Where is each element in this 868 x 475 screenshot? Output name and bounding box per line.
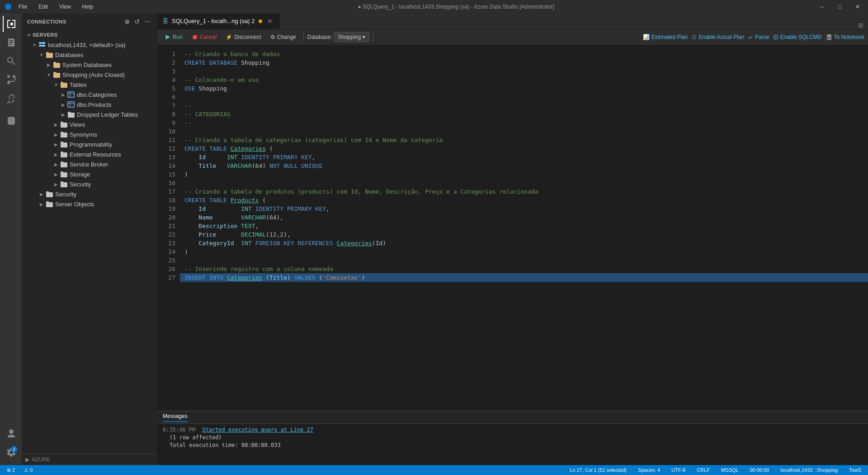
azure-chevron: ▶ xyxy=(25,456,29,463)
cancel-button[interactable]: Cancel xyxy=(188,33,220,42)
enable-actual-plan-button[interactable]: Enable Actual Plan xyxy=(691,34,744,40)
status-encoding[interactable]: UTF-8 xyxy=(669,467,688,473)
sidebar-content[interactable]: SERVERS localhost,1433, <default> (sa) xyxy=(22,30,157,454)
messages-tab[interactable]: Messages xyxy=(163,413,188,422)
split-editor-button[interactable]: ⊞ xyxy=(858,22,863,29)
notification-count: 2 xyxy=(11,446,17,452)
status-line-ending[interactable]: CRLF xyxy=(694,467,712,473)
change-button[interactable]: ⚙ Change xyxy=(267,33,300,42)
code-line-17: -- Criando a tabela de produtos (product… xyxy=(180,187,868,196)
server-localhost[interactable]: localhost,1433, <default> (sa) xyxy=(22,40,157,50)
code-content[interactable]: -- Criando o banco de dados CREATE DATAB… xyxy=(180,45,868,411)
minimize-button[interactable]: ─ xyxy=(816,3,828,11)
status-language[interactable]: MSSQL xyxy=(719,467,741,473)
error-icon: ⊗ xyxy=(7,467,11,473)
table-products[interactable]: dbo.Products xyxy=(22,100,157,109)
system-databases-folder[interactable]: System Databases xyxy=(22,60,157,70)
categories-label: dbo.Categories xyxy=(77,91,117,98)
tab-close-button[interactable]: ✕ xyxy=(266,17,274,25)
add-connection-button[interactable]: ⊕ xyxy=(123,17,131,26)
external-resources-folder[interactable]: External Resources xyxy=(22,149,157,159)
activity-connections[interactable] xyxy=(3,16,19,32)
system-db-icon xyxy=(52,61,61,69)
svg-point-4 xyxy=(43,43,44,43)
message-link[interactable]: Started executing query at Line 27 xyxy=(202,427,313,433)
servers-section[interactable]: SERVERS xyxy=(22,30,157,40)
svc-broker-chevron xyxy=(52,161,60,168)
security-db-folder[interactable]: Security xyxy=(22,179,157,189)
parse-button[interactable]: Parse xyxy=(748,34,769,40)
storage-label: Storage xyxy=(70,171,90,178)
menu-file[interactable]: File xyxy=(16,3,29,11)
disconnect-button[interactable]: ⚡ Disconnect xyxy=(222,33,264,42)
shopping-database[interactable]: Shopping (Auto Closed) xyxy=(22,70,157,80)
code-editor[interactable]: 12345 678910 1112131415 1617181920 21222… xyxy=(157,45,868,411)
code-line-2: CREATE DATABASE Shopping xyxy=(180,58,868,67)
to-notebook-button[interactable]: 📓 To Notebook xyxy=(826,34,864,40)
database-selector[interactable]: Shopping ▾ xyxy=(334,32,370,42)
db-value: Shopping xyxy=(338,34,361,40)
main-container: 2 CONNECTIONS ⊕ ↺ ··· SERVERS xyxy=(0,14,868,465)
menu-help[interactable]: Help xyxy=(80,3,96,11)
code-line-3 xyxy=(180,67,868,76)
server-objects-folder[interactable]: Server Objects xyxy=(22,199,157,209)
security-folder[interactable]: Security xyxy=(22,189,157,199)
views-folder[interactable]: Views xyxy=(22,119,157,129)
security-db-icon xyxy=(60,180,68,188)
code-line-27: INSERT INTO Categories (Title) VALUES ('… xyxy=(180,273,868,282)
query-link[interactable]: Started executing query at Line 27 xyxy=(202,427,313,433)
code-line-11: -- Criando a tabela de categorias (categ… xyxy=(180,136,868,144)
prog-icon xyxy=(60,140,68,148)
more-actions-button[interactable]: ··· xyxy=(144,17,151,26)
dropped-ledger-folder[interactable]: Dropped Ledger Tables xyxy=(22,109,157,119)
maximize-button[interactable]: □ xyxy=(835,3,845,11)
dropped-ledger-label: Dropped Ledger Tables xyxy=(77,111,138,118)
activity-source-control[interactable] xyxy=(3,71,19,88)
code-line-9: -- xyxy=(180,119,868,127)
databases-folder[interactable]: Databases xyxy=(22,50,157,60)
estimated-plan-button[interactable]: 📊 Estimated Plan xyxy=(643,34,688,40)
databases-folder-icon xyxy=(45,51,53,59)
status-errors[interactable]: ⊗ 2 xyxy=(5,467,17,473)
tables-folder[interactable]: Tables ⚲ + ↺ xyxy=(22,80,157,90)
run-label: Run xyxy=(173,34,183,40)
service-broker-folder[interactable]: Service Broker xyxy=(22,159,157,169)
menu-view[interactable]: View xyxy=(57,3,73,11)
menu-edit[interactable]: Edit xyxy=(36,3,50,11)
status-connection[interactable]: localhost,1433 : Shopping xyxy=(778,467,840,473)
status-spaces[interactable]: Spaces: 4 xyxy=(636,467,662,473)
close-button[interactable]: ✕ xyxy=(852,3,863,11)
message-row-1: 8:35:46 PM Started executing query at Li… xyxy=(163,427,863,433)
tab-sqlquery1[interactable]: 🗄 SQLQuery_1 - localh...ng (sa) 2 ✕ xyxy=(157,14,280,29)
table-categories[interactable]: dbo.Categories xyxy=(22,90,157,100)
disconnect-label: Disconnect xyxy=(234,34,261,40)
settings-icon[interactable]: 2 xyxy=(3,444,19,461)
storage-folder[interactable]: Storage xyxy=(22,169,157,179)
activity-database[interactable] xyxy=(3,113,19,129)
status-tows[interactable]: TowS xyxy=(847,467,863,473)
server-objects-label: Server Objects xyxy=(55,201,94,208)
servers-label: SERVERS xyxy=(33,32,58,38)
activity-search[interactable] xyxy=(3,53,19,69)
refresh-button[interactable]: ↺ xyxy=(133,17,141,26)
code-line-7: -- xyxy=(180,101,868,110)
message-time: 8:35:46 PM xyxy=(163,427,195,433)
run-button[interactable]: Run xyxy=(161,33,186,42)
status-cursor[interactable]: Ln 27, Col 1 (51 selected) xyxy=(567,467,629,473)
change-icon: ⚙ xyxy=(270,34,275,40)
azure-section[interactable]: ▶ AZURE xyxy=(22,454,157,465)
sidebar-title: CONNECTIONS xyxy=(27,19,66,24)
account-icon[interactable] xyxy=(3,426,19,442)
code-line-4: -- Colocando-o em uso xyxy=(180,76,868,84)
programmability-folder[interactable]: Programmability xyxy=(22,139,157,149)
dropped-ledger-icon xyxy=(67,110,75,119)
chart-icon: 📊 xyxy=(643,34,650,40)
status-warnings[interactable]: ⚠ 0 xyxy=(22,467,35,473)
svg-rect-9 xyxy=(68,102,74,107)
servers-chevron xyxy=(25,31,33,38)
synonyms-folder[interactable]: Synonyms xyxy=(22,129,157,139)
activity-explorer[interactable] xyxy=(3,34,19,51)
enable-sqlcmd-button[interactable]: Enable SQLCMD xyxy=(773,34,822,40)
activity-extensions[interactable] xyxy=(3,90,19,106)
databases-chevron xyxy=(38,51,45,58)
